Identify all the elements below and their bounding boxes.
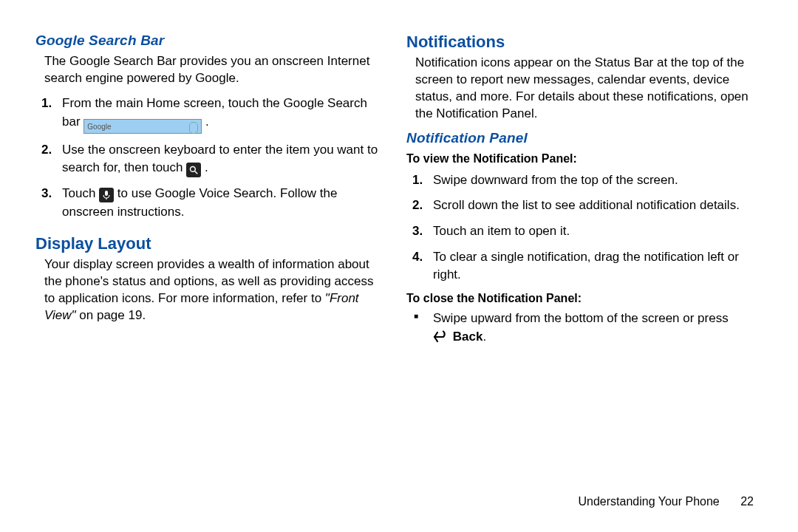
np-step-1-text: Swipe downward from the top of the scree…: [433, 173, 678, 187]
back-icon: [433, 330, 449, 349]
np-step-2: 2.Scroll down the list to see additional…: [433, 197, 760, 215]
np-step-3-text: Touch an item to open it.: [433, 224, 570, 238]
step-3-text-a: Touch: [62, 186, 99, 200]
svg-point-0: [191, 167, 196, 172]
step-3: 3. Touch to use Google Voice Search. Fol…: [62, 185, 383, 221]
gsb-intro: The Google Search Bar provides you an on…: [35, 53, 383, 87]
heading-notifications: Notifications: [406, 33, 760, 52]
np-step-3: 3.Touch an item to open it.: [433, 222, 760, 241]
mic-icon: [99, 188, 114, 202]
footer-page-number: 22: [740, 495, 754, 508]
close-text-b: .: [482, 330, 486, 344]
np-step-1: 1.Swipe downward from the top of the scr…: [433, 171, 760, 190]
sub-view-panel: To view the Notification Panel:: [406, 152, 760, 166]
sub-close-panel: To close the Notification Panel:: [406, 292, 760, 305]
step-1-text-b: .: [205, 115, 209, 129]
close-bullet-1: Swipe upward from the bottom of the scre…: [433, 310, 760, 349]
np-step-4: 4.To clear a single notification, drag t…: [433, 248, 760, 284]
google-search-bar-icon: Google: [83, 119, 202, 134]
heading-google-search-bar: Google Search Bar: [35, 33, 383, 49]
step-2-text-b: .: [205, 160, 208, 174]
dl-text-a: Your display screen provides a wealth of…: [44, 257, 374, 305]
svg-rect-2: [105, 191, 108, 196]
footer-chapter: Understanding Your Phone: [578, 495, 719, 508]
close-panel-bullet: Swipe upward from the bottom of the scre…: [406, 310, 760, 349]
step-2-text-a: Use the onscreen keyboard to enter the i…: [62, 143, 378, 175]
svg-line-1: [195, 171, 198, 174]
np-step-2-text: Scroll down the list to see additional n…: [433, 198, 740, 212]
dl-text-b: on page 19.: [79, 308, 146, 322]
heading-display-layout: Display Layout: [35, 234, 383, 253]
view-panel-steps: 1.Swipe downward from the top of the scr…: [406, 171, 760, 284]
display-layout-text: Your display screen provides a wealth of…: [35, 256, 383, 324]
np-step-4-text: To clear a single notification, drag the…: [433, 250, 739, 282]
notifications-intro: Notification icons appear on the Status …: [406, 55, 760, 123]
step-1: 1. From the main Home screen, touch the …: [62, 95, 383, 134]
page-footer: Understanding Your Phone 22: [578, 495, 754, 508]
heading-notification-panel: Notification Panel: [406, 130, 760, 146]
search-icon: [186, 163, 201, 177]
close-text-a: Swipe upward from the bottom of the scre…: [433, 311, 729, 325]
step-2: 2. Use the onscreen keyboard to enter th…: [62, 141, 383, 178]
gsb-steps: 1. From the main Home screen, touch the …: [35, 95, 383, 222]
back-label: Back: [453, 330, 483, 344]
